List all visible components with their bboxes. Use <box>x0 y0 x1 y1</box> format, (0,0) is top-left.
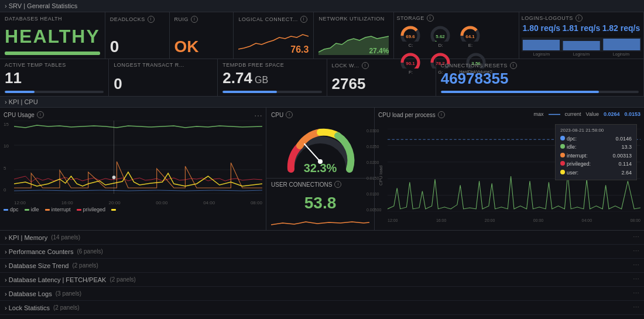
db-latency-row[interactable]: › Database Latency | FETCH/PEAK (2 panel… <box>0 273 644 287</box>
legend-user <box>111 207 118 212</box>
conn-resets-info-icon[interactable]: i <box>510 62 517 69</box>
tempdb-free-unit: GB <box>255 75 268 85</box>
kpi-cpu-section: CPU Usage i ⋯ 151050 <box>0 108 644 231</box>
cpu-usage-x-labels: 12:0016:0020:0000:0004:0008:00 <box>14 200 262 205</box>
storage-card: STORAGE i 69.6 C: 5.62 <box>394 12 519 59</box>
cpu-gauge-title: CPU i <box>271 111 293 118</box>
cpu-gauge-panel: CPU i 32. <box>266 108 375 230</box>
storage-info-icon[interactable]: i <box>427 15 434 22</box>
conn-resets-label: CONNECTIONS RESETS i <box>441 62 639 69</box>
longest-trans-value: 0 <box>114 75 213 93</box>
svg-text:5.62: 5.62 <box>436 34 446 39</box>
cpu-usage-chart <box>14 121 262 194</box>
svg-point-28 <box>112 176 116 179</box>
ruig-card: RUIG i OK <box>170 12 234 59</box>
svg-rect-20 <box>523 40 560 50</box>
longest-trans-label: LONGEST TRANSACT R... <box>114 62 213 68</box>
network-card: NETWORK UTILIZATION 27.4% <box>314 12 394 59</box>
cpu-gauge-value: 32.3% <box>304 162 337 175</box>
cpu-load-legend: max current Value 0.0264 0.0153 <box>534 111 640 117</box>
db-size-trend-icon: ⋯ <box>633 262 639 269</box>
legend-interrupt: interrupt <box>45 207 71 212</box>
active-temp-label: ACTIVE TEMP TABLES <box>5 62 104 68</box>
user-connections-panel: USER CONNECTIONS i 53.8 <box>266 178 374 230</box>
lock-w-label: LOCK W... i <box>332 62 431 69</box>
storage-label: STORAGE i <box>396 15 516 22</box>
lock-w-info-icon[interactable]: i <box>362 62 369 69</box>
deadlocks-label: DEADLOCKS i <box>110 16 165 23</box>
conn-resets-card: CONNECTIONS RESETS i 46978355 <box>436 59 644 96</box>
ruig-value: OK <box>174 39 229 55</box>
cpu-gauge-top: CPU i 32. <box>266 108 374 178</box>
login-req-3: 1.82 req/s <box>602 23 640 33</box>
cpu-load-tooltip: 2023-08-21 21:58:00 dpc: 0.0146 idle: 13… <box>555 124 637 180</box>
legend-dpc: dpc <box>4 207 19 212</box>
deadlocks-info-icon[interactable]: i <box>148 16 155 23</box>
stats-row-1: DATABASES HEALTH HEALTHY DEADLOCKS i 0 R… <box>0 12 644 59</box>
svg-text:64.1: 64.1 <box>466 34 475 39</box>
kpi-cpu-header[interactable]: › KPI | CPU <box>0 97 644 108</box>
svg-rect-22 <box>603 39 640 50</box>
deadlocks-value: 0 <box>110 39 165 55</box>
active-temp-value: 11 <box>5 69 104 87</box>
logins-chart <box>522 35 641 52</box>
storage-gauge-e: 64.1 E: <box>456 23 484 48</box>
lock-w-value: 2765 <box>332 75 431 93</box>
cpu-usage-info-icon[interactable]: i <box>37 111 44 118</box>
ruig-label: RUIG i <box>174 16 229 23</box>
deadlocks-card: DEADLOCKS i 0 <box>105 12 170 59</box>
cpu-load-info-icon[interactable]: i <box>438 111 445 118</box>
storage-gauge-c: 69.6 C: <box>396 23 424 48</box>
perf-counters-icon: ⋯ <box>633 248 639 255</box>
network-value: 27.4% <box>369 47 389 55</box>
legend-privileged: privileged <box>77 207 106 212</box>
storage-gauge-d: 5.62 D: <box>426 23 454 48</box>
tempdb-free-card: tempdb FREE SPACE 2.74 GB <box>218 59 327 96</box>
stats-row-2: ACTIVE TEMP TABLES 11 LONGEST TRANSACT R… <box>0 59 644 97</box>
longest-trans-card: LONGEST TRANSACT R... 0 <box>109 59 218 96</box>
db-health-label: DATABASES HEALTH <box>5 16 100 22</box>
db-latency-icon: ⋯ <box>633 276 639 283</box>
cpu-load-panel: CPU load per process i max current Value… <box>375 108 644 230</box>
cpu-gauge-info-icon[interactable]: i <box>286 111 293 118</box>
user-connections-value: 53.8 <box>271 194 369 212</box>
db-size-trend-row[interactable]: › Database Size Trend (2 panels) ⋯ <box>0 259 644 273</box>
db-health-value: HEALTHY <box>5 26 100 47</box>
cpu-usage-legend: dpc idle interrupt privileged <box>4 207 262 212</box>
tempdb-free-label: tempdb FREE SPACE <box>222 62 321 68</box>
logical-conn-card: LOGICAL CONNECT... i 76.3 <box>234 12 314 59</box>
user-connections-title: USER CONNECTIONS i <box>271 181 369 188</box>
perf-counters-row[interactable]: › Performance Counters (6 panels) ⋯ <box>0 245 644 259</box>
cpu-usage-y-labels: 151050 <box>4 121 14 194</box>
cpu-usage-chart-area: 151050 <box>4 121 262 205</box>
tooltip-idle: idle: 13.3 <box>560 143 632 151</box>
svg-line-29 <box>304 144 320 162</box>
lock-stats-icon: ⋯ <box>633 304 639 311</box>
logins-label: LOGINS-LOGOUTS i <box>522 15 641 22</box>
breadcrumb: › SRV | General Statistics <box>0 0 644 12</box>
logical-conn-value: 76.3 <box>290 44 309 55</box>
cpu-load-x-labels: 12:0016:0020:0000:0004:0008:00 <box>388 218 640 222</box>
ruig-info-icon[interactable]: i <box>191 16 198 23</box>
kpi-memory-row[interactable]: › KPI | Memory (14 panels) ⋯ <box>0 231 644 245</box>
db-health-card: DATABASES HEALTH HEALTHY <box>0 12 105 59</box>
cpu-usage-more-icon[interactable]: ⋯ <box>254 111 262 121</box>
logins-card: LOGINS-LOGOUTS i 1.80 req/s 1.81 req/s 1… <box>519 12 644 59</box>
db-logs-row[interactable]: › Database Logs (3 panels) ⋯ <box>0 287 644 301</box>
active-temp-card: ACTIVE TEMP TABLES 11 <box>0 59 109 96</box>
conn-resets-value: 46978355 <box>441 70 639 88</box>
lock-stats-row[interactable]: › Lock Statistics (2 panels) ⋯ <box>0 301 644 315</box>
tempdb-free-value: 2.74 <box>222 69 252 87</box>
storage-section-row[interactable]: › Storage (2 panels) ⋯ <box>0 315 644 319</box>
cpu-load-y-labels: 0.0300 0.0250 0.0200 0.0150 0.0100 0.005… <box>366 129 381 212</box>
login-req-2: 1.81 req/s <box>563 23 601 33</box>
user-connections-chart <box>271 216 369 228</box>
tooltip-user: user: 2.64 <box>560 169 632 177</box>
login-req-1: 1.80 req/s <box>522 23 560 33</box>
breadcrumb-text: › SRV | General Statistics <box>5 2 77 9</box>
network-label: NETWORK UTILIZATION <box>318 16 389 22</box>
logins-info-icon[interactable]: i <box>576 15 583 22</box>
logical-conn-info-icon[interactable]: i <box>300 16 307 23</box>
user-connections-info-icon[interactable]: i <box>334 181 341 188</box>
legend-idle: idle <box>25 207 39 212</box>
